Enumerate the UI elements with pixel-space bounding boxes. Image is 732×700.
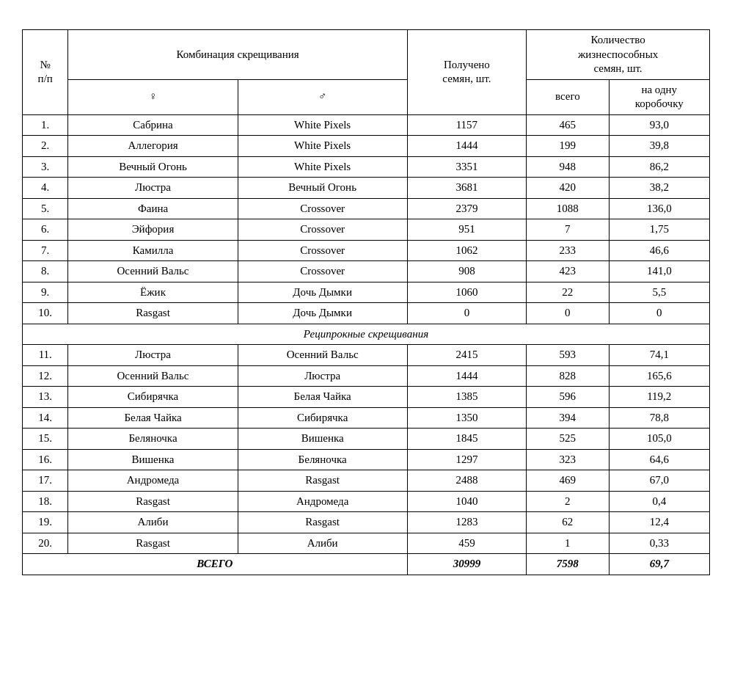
cell-seeds: 2379 — [407, 198, 526, 219]
cell-seeds: 1444 — [407, 365, 526, 387]
cell-no: 18. — [23, 491, 68, 512]
cell-perbox: 119,2 — [609, 387, 709, 408]
header-quantity: Количествожизнеспособныхсемян, шт. — [527, 30, 710, 80]
cell-male: Crossover — [238, 240, 407, 261]
cell-female: Осенний Вальс — [68, 365, 238, 387]
cell-male: Белая Чайка — [238, 387, 407, 408]
cell-female: Rasgast — [68, 533, 238, 554]
cell-perbox: 12,4 — [609, 512, 709, 533]
cell-seeds: 908 — [407, 261, 526, 282]
cell-vsego: 0 — [527, 303, 609, 324]
reciprocal-row: Реципрокные скрещивания — [23, 324, 710, 345]
cell-female: Алиби — [68, 512, 238, 533]
cell-seeds: 2415 — [407, 345, 526, 366]
cell-vsego: 420 — [527, 178, 609, 199]
cell-female: Rasgast — [68, 491, 238, 512]
cell-perbox: 93,0 — [609, 114, 709, 136]
cell-female: Андромеда — [68, 470, 238, 492]
header-combination: Комбинация скрещивания — [68, 30, 407, 80]
table-row: 5. Фаина Crossover 2379 1088 136,0 — [23, 198, 710, 219]
cell-no: 15. — [23, 429, 68, 450]
cell-no: 14. — [23, 407, 68, 429]
cell-vsego: 62 — [527, 512, 609, 533]
cell-male: Дочь Дымки — [238, 282, 407, 303]
table-row: 9. Ёжик Дочь Дымки 1060 22 5,5 — [23, 282, 710, 303]
cell-seeds: 1062 — [407, 240, 526, 261]
cell-vsego: 596 — [527, 387, 609, 408]
cell-perbox: 86,2 — [609, 156, 709, 178]
cell-female: Вишенка — [68, 449, 238, 470]
cell-male: Crossover — [238, 261, 407, 282]
cell-male: Crossover — [238, 198, 407, 219]
table-row: 10. Rasgast Дочь Дымки 0 0 0 — [23, 303, 710, 324]
cell-seeds: 1297 — [407, 449, 526, 470]
cell-female: Фаина — [68, 198, 238, 219]
cell-perbox: 0,4 — [609, 491, 709, 512]
cell-male: Crossover — [238, 219, 407, 241]
table-row: 1. Сабрина White Pixels 1157 465 93,0 — [23, 114, 710, 136]
cell-male: White Pixels — [238, 114, 407, 136]
page-container: №п/п Комбинация скрещивания Полученосемя… — [15, 15, 717, 583]
cell-no: 3. — [23, 156, 68, 178]
total-perbox: 69,7 — [609, 554, 709, 575]
cell-perbox: 0,33 — [609, 533, 709, 554]
cell-male: Вишенка — [238, 429, 407, 450]
cell-seeds: 2488 — [407, 470, 526, 492]
cell-female: Белая Чайка — [68, 407, 238, 429]
cell-no: 1. — [23, 114, 68, 136]
cell-seeds: 1385 — [407, 387, 526, 408]
cell-female: Осенний Вальс — [68, 261, 238, 282]
cell-male: Андромеда — [238, 491, 407, 512]
table-row: 17. Андромеда Rasgast 2488 469 67,0 — [23, 470, 710, 492]
main-table: №п/п Комбинация скрещивания Полученосемя… — [22, 29, 710, 575]
cell-female: Эйфория — [68, 219, 238, 241]
cell-male: Дочь Дымки — [238, 303, 407, 324]
cell-female: Аллегория — [68, 136, 238, 157]
cell-female: Беляночка — [68, 429, 238, 450]
cell-no: 17. — [23, 470, 68, 492]
header-vsego: всего — [527, 79, 609, 114]
cell-vsego: 828 — [527, 365, 609, 387]
table-row: 19. Алиби Rasgast 1283 62 12,4 — [23, 512, 710, 533]
cell-no: 5. — [23, 198, 68, 219]
cell-seeds: 1040 — [407, 491, 526, 512]
cell-vsego: 525 — [527, 429, 609, 450]
table-row: 15. Беляночка Вишенка 1845 525 105,0 — [23, 429, 710, 450]
cell-vsego: 233 — [527, 240, 609, 261]
cell-male: Беляночка — [238, 449, 407, 470]
cell-female: Вечный Огонь — [68, 156, 238, 178]
cell-perbox: 0 — [609, 303, 709, 324]
cell-seeds: 951 — [407, 219, 526, 241]
cell-perbox: 39,8 — [609, 136, 709, 157]
cell-female: Сабрина — [68, 114, 238, 136]
cell-vsego: 323 — [527, 449, 609, 470]
table-row: 7. Камилла Crossover 1062 233 46,6 — [23, 240, 710, 261]
cell-seeds: 459 — [407, 533, 526, 554]
table-row: 18. Rasgast Андромеда 1040 2 0,4 — [23, 491, 710, 512]
cell-vsego: 1 — [527, 533, 609, 554]
cell-male: Rasgast — [238, 470, 407, 492]
cell-vsego: 1088 — [527, 198, 609, 219]
cell-male: White Pixels — [238, 156, 407, 178]
cell-vsego: 469 — [527, 470, 609, 492]
cell-male: Осенний Вальс — [238, 345, 407, 366]
cell-no: 4. — [23, 178, 68, 199]
cell-perbox: 38,2 — [609, 178, 709, 199]
table-row: 3. Вечный Огонь White Pixels 3351 948 86… — [23, 156, 710, 178]
cell-male: Люстра — [238, 365, 407, 387]
header-no: №п/п — [23, 30, 68, 115]
header-male: ♂ — [238, 79, 407, 114]
table-row: 2. Аллегория White Pixels 1444 199 39,8 — [23, 136, 710, 157]
cell-vsego: 593 — [527, 345, 609, 366]
cell-male: White Pixels — [238, 136, 407, 157]
cell-seeds: 3351 — [407, 156, 526, 178]
cell-vsego: 2 — [527, 491, 609, 512]
cell-vsego: 7 — [527, 219, 609, 241]
table-row: 13. Сибирячка Белая Чайка 1385 596 119,2 — [23, 387, 710, 408]
table-row: 4. Люстра Вечный Огонь 3681 420 38,2 — [23, 178, 710, 199]
cell-perbox: 67,0 — [609, 470, 709, 492]
table-row: 6. Эйфория Crossover 951 7 1,75 — [23, 219, 710, 241]
cell-seeds: 1060 — [407, 282, 526, 303]
total-seeds: 30999 — [407, 554, 526, 575]
cell-female: Rasgast — [68, 303, 238, 324]
